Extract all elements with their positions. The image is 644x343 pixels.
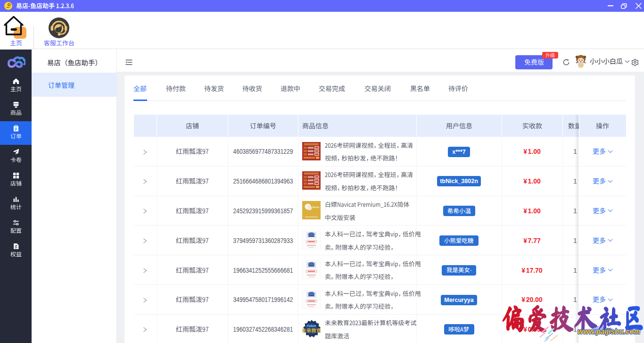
svg-text:Future: Future <box>307 324 317 327</box>
svg-text:Navicat: Navicat <box>312 206 320 209</box>
svg-text:www.paijishu.com: www.paijishu.com <box>578 327 640 336</box>
